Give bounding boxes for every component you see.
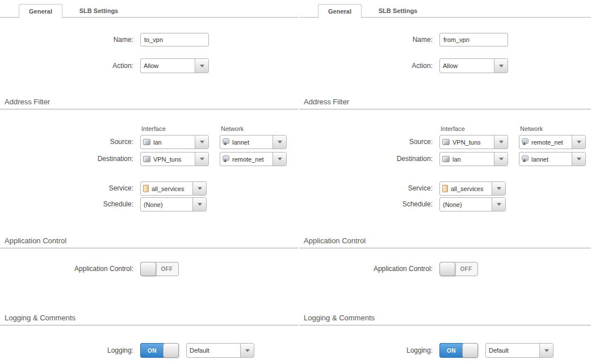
toggle-knob (140, 262, 156, 276)
application-control-label: Application Control: (299, 262, 433, 276)
tab-general[interactable]: General (318, 4, 362, 18)
destination-network-select[interactable]: 4 lannet (519, 152, 586, 166)
chevron-down-icon[interactable] (240, 344, 254, 357)
ipv4-network-icon: 4 (223, 138, 229, 144)
schedule-label: Schedule: (0, 197, 133, 211)
destination-network-value: lannet (529, 156, 572, 163)
section-application-control: Application Control (0, 236, 298, 248)
logging-toggle[interactable]: ON (439, 343, 478, 358)
rule-panel-right: General SLB Settings Name: Action: Allow… (299, 0, 591, 364)
service-icon (442, 185, 448, 192)
service-select[interactable]: all_services (140, 181, 207, 196)
network-column-header: Network (221, 125, 244, 132)
chevron-down-icon[interactable] (273, 136, 286, 149)
name-label: Name: (0, 33, 133, 46)
destination-network-value: remote_net (229, 156, 273, 163)
name-input[interactable] (439, 33, 508, 46)
toggle-state-label: OFF (156, 263, 178, 276)
section-address-filter: Address Filter (299, 98, 591, 109)
ipv4-network-icon: 4 (522, 155, 529, 161)
chevron-down-icon[interactable] (539, 344, 553, 357)
ipv4-network-icon: 4 (522, 138, 529, 144)
section-logging-comments: Logging & Comments (299, 314, 591, 325)
network-column-header: Network (520, 125, 543, 132)
log-profile-select[interactable]: Default (485, 343, 554, 358)
destination-interface-select[interactable]: lan (439, 152, 508, 166)
chevron-down-icon[interactable] (572, 136, 585, 149)
chevron-down-icon[interactable] (192, 198, 206, 211)
chevron-down-icon[interactable] (195, 136, 208, 149)
interface-icon (442, 156, 450, 162)
action-value: Allow (141, 62, 195, 69)
schedule-select[interactable]: (None) (439, 197, 506, 211)
chevron-down-icon[interactable] (494, 136, 508, 149)
toggle-state-label: OFF (455, 263, 477, 276)
destination-label: Destination: (0, 152, 133, 166)
action-select[interactable]: Allow (140, 58, 209, 73)
service-value: all_services (149, 185, 192, 192)
rule-panel-left: General SLB Settings Name: Action: Allow… (0, 0, 298, 364)
chevron-down-icon[interactable] (572, 153, 585, 166)
toggle-knob (462, 343, 478, 358)
chevron-down-icon[interactable] (492, 182, 505, 195)
chevron-down-icon[interactable] (192, 182, 206, 195)
toggle-state-label: ON (439, 343, 463, 358)
logging-toggle[interactable]: ON (140, 343, 179, 358)
schedule-value: (None) (141, 201, 192, 208)
destination-network-select[interactable]: 4 remote_net (220, 152, 287, 166)
service-label: Service: (299, 181, 433, 196)
action-label: Action: (299, 58, 433, 73)
toggle-knob (163, 343, 179, 358)
chevron-down-icon[interactable] (195, 59, 208, 73)
interface-icon (143, 139, 150, 145)
destination-interface-value: lan (450, 156, 494, 163)
schedule-value: (None) (440, 201, 492, 208)
tab-bar: General SLB Settings (0, 0, 298, 18)
application-control-label: Application Control: (0, 262, 133, 276)
source-label: Source: (299, 135, 433, 149)
destination-interface-value: VPN_tuns (150, 156, 195, 163)
source-interface-value: lan (150, 139, 195, 146)
chevron-down-icon[interactable] (492, 198, 505, 211)
application-control-toggle[interactable]: OFF (439, 262, 478, 276)
toggle-knob (439, 262, 455, 276)
action-value: Allow (440, 62, 494, 69)
log-profile-select[interactable]: Default (186, 343, 254, 358)
schedule-select[interactable]: (None) (140, 197, 207, 211)
toggle-state-label: ON (140, 343, 164, 358)
source-network-select[interactable]: 4 lannet (220, 135, 287, 149)
log-profile-value: Default (187, 347, 240, 354)
log-profile-value: Default (486, 347, 539, 354)
source-interface-select[interactable]: VPN_tuns (439, 135, 508, 149)
tab-bar: General SLB Settings (299, 0, 591, 18)
tab-general[interactable]: General (19, 4, 62, 18)
schedule-label: Schedule: (299, 197, 433, 211)
tab-slb-settings[interactable]: SLB Settings (362, 4, 434, 18)
chevron-down-icon[interactable] (494, 153, 508, 166)
chevron-down-icon[interactable] (494, 59, 508, 73)
service-icon (143, 185, 149, 192)
section-address-filter: Address Filter (0, 98, 298, 109)
name-label: Name: (299, 33, 433, 46)
application-control-toggle[interactable]: OFF (140, 262, 179, 276)
source-interface-select[interactable]: lan (140, 135, 209, 149)
destination-interface-select[interactable]: VPN_tuns (140, 152, 209, 166)
chevron-down-icon[interactable] (195, 153, 208, 166)
tab-slb-settings[interactable]: SLB Settings (62, 4, 135, 18)
section-logging-comments: Logging & Comments (0, 314, 298, 325)
source-network-value: lannet (229, 139, 273, 146)
service-select[interactable]: all_services (439, 181, 506, 196)
name-input[interactable] (140, 33, 209, 46)
logging-label: Logging: (299, 343, 433, 358)
chevron-down-icon[interactable] (273, 153, 286, 166)
logging-label: Logging: (0, 343, 133, 358)
interface-column-header: Interface (441, 125, 465, 132)
service-label: Service: (0, 181, 133, 196)
section-application-control: Application Control (299, 236, 591, 248)
service-value: all_services (448, 185, 492, 192)
ipv4-network-icon: 4 (223, 155, 229, 161)
source-label: Source: (0, 135, 133, 149)
source-network-select[interactable]: 4 remote_net (519, 135, 586, 149)
action-select[interactable]: Allow (439, 58, 508, 73)
interface-column-header: Interface (141, 125, 166, 132)
